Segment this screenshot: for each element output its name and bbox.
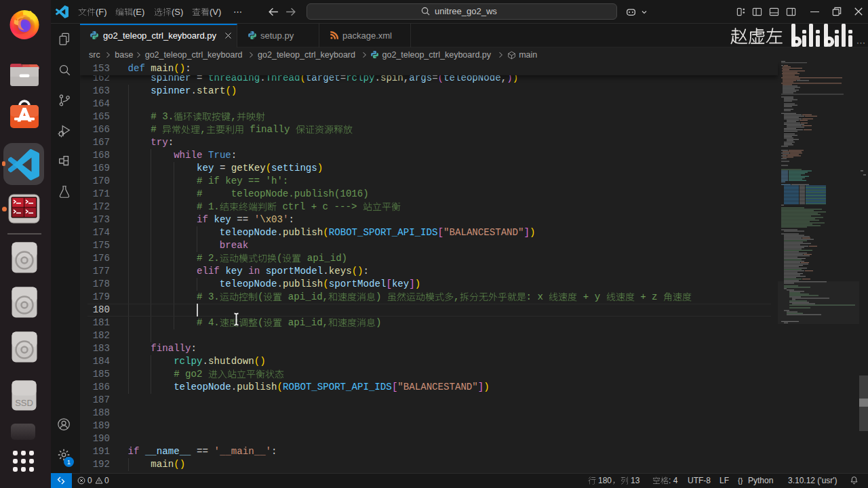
svg-text:SSD: SSD (15, 398, 33, 408)
